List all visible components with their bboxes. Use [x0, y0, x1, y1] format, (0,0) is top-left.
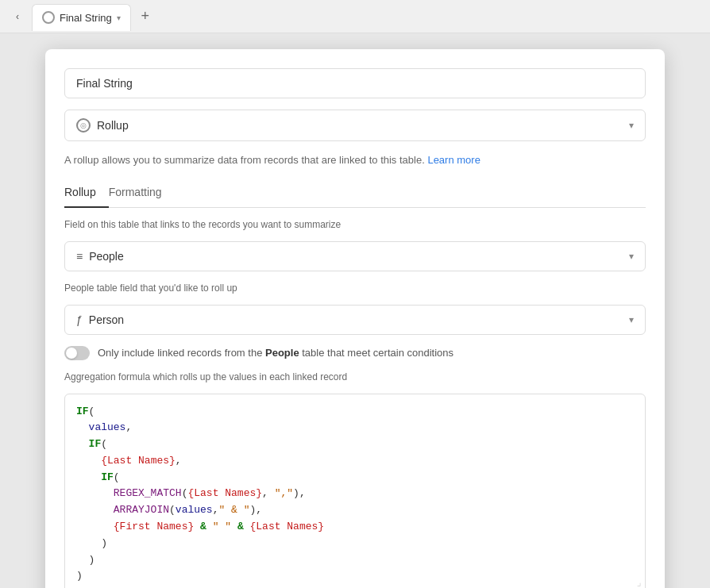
field-description: A rollup allows you to summarize data fr… — [64, 152, 646, 168]
toggle-knob — [66, 348, 77, 359]
resize-handle-icon: ⌟ — [636, 576, 642, 588]
link-field-chevron-icon: ▾ — [629, 251, 634, 262]
formula-label: Aggregation formula which rolls up the v… — [64, 371, 646, 382]
toggle-label: Only include linked records from the Peo… — [98, 347, 453, 359]
link-field-value: People — [89, 250, 124, 263]
field-type-chevron-icon: ▾ — [629, 120, 634, 131]
tab-formatting[interactable]: Formatting — [109, 179, 175, 208]
active-tab[interactable]: Final String ▾ — [32, 4, 131, 31]
tab-bar: ‹ Final String ▾ + — [0, 0, 710, 33]
rollup-field-value: Person — [89, 313, 124, 326]
filter-toggle[interactable] — [64, 346, 90, 360]
rollup-field-label: People table field that you'd like to ro… — [64, 282, 646, 294]
add-tab-button[interactable]: + — [134, 6, 156, 28]
link-field-dropdown[interactable]: ≡ People ▾ — [64, 241, 646, 271]
rollup-field-dropdown[interactable]: ƒ Person ▾ — [64, 305, 646, 335]
tab-rollup[interactable]: Rollup — [64, 179, 109, 208]
main-content: ◎ Rollup ▾ A rollup allows you to summar… — [0, 33, 710, 588]
tab-chevron-icon: ▾ — [117, 13, 121, 22]
rollup-field-section: People table field that you'd like to ro… — [64, 282, 646, 294]
rollup-field-left: ƒ Person — [76, 313, 124, 326]
formula-editor[interactable]: IF( values, IF( {Last Names}, IF( REGEX_… — [64, 394, 646, 589]
link-field-left: ≡ People — [76, 250, 124, 263]
link-field-section: Field on this table that links to the re… — [64, 219, 646, 230]
people-icon: ≡ — [76, 250, 83, 263]
field-name-input[interactable] — [64, 68, 646, 98]
tab-bar-back-arrow[interactable]: ‹ — [6, 6, 29, 28]
tab-label: Final String — [60, 12, 112, 24]
filter-toggle-row: Only include linked records from the Peo… — [64, 346, 646, 360]
field-editor-dialog: ◎ Rollup ▾ A rollup allows you to summar… — [45, 49, 665, 588]
formula-icon: ƒ — [76, 313, 83, 326]
rollup-icon: ◎ — [76, 118, 91, 133]
field-type-label: Rollup — [97, 119, 129, 132]
tab-icon — [42, 11, 55, 24]
rollup-field-chevron-icon: ▾ — [629, 314, 634, 325]
link-field-label: Field on this table that links to the re… — [64, 219, 646, 230]
field-type-dropdown[interactable]: ◎ Rollup ▾ — [64, 110, 646, 141]
learn-more-link[interactable]: Learn more — [427, 154, 480, 166]
tab-row: Rollup Formatting — [64, 179, 646, 208]
field-type-left: ◎ Rollup — [76, 118, 129, 133]
